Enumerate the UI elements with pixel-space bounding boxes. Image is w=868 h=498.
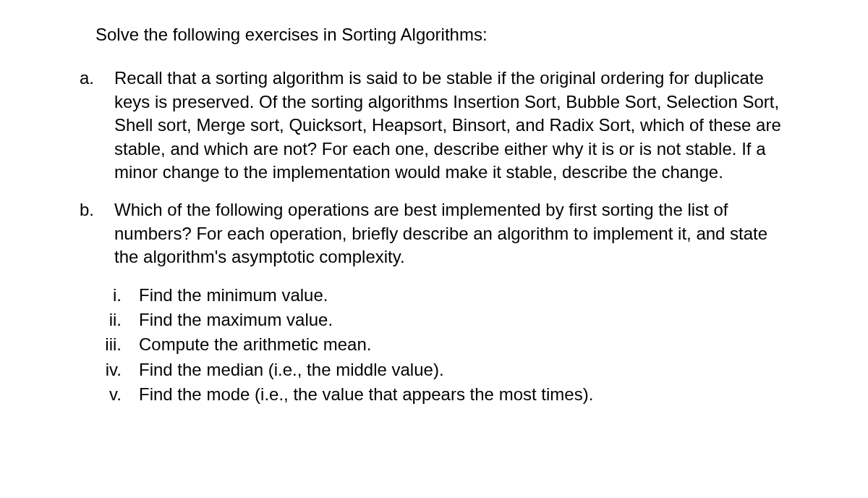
item-content-a: Recall that a sorting algorithm is said … xyxy=(114,67,781,184)
sub-content: Find the median (i.e., the middle value)… xyxy=(139,358,781,381)
roman-numeral: ii. xyxy=(80,308,139,332)
sub-list: i. Find the minimum value. ii. Find the … xyxy=(80,284,781,407)
sub-content: Find the minimum value. xyxy=(139,284,781,307)
list-item-b: b. Which of the following operations are… xyxy=(80,198,781,269)
item-letter-b: b. xyxy=(80,198,114,269)
item-content-b: Which of the following operations are be… xyxy=(114,198,781,269)
sub-item: iii. Compute the arithmetic mean. xyxy=(80,333,781,356)
roman-numeral: iii. xyxy=(80,333,139,356)
sub-item: v. Find the mode (i.e., the value that a… xyxy=(80,383,781,406)
sub-item: iv. Find the median (i.e., the middle va… xyxy=(80,358,781,381)
sub-item: ii. Find the maximum value. xyxy=(80,308,781,332)
roman-numeral: iv. xyxy=(80,358,139,381)
sub-content: Find the mode (i.e., the value that appe… xyxy=(139,383,781,406)
document-title: Solve the following exercises in Sorting… xyxy=(95,23,781,46)
list-item-a: a. Recall that a sorting algorithm is sa… xyxy=(80,67,781,184)
sub-content: Compute the arithmetic mean. xyxy=(139,333,781,356)
item-letter-a: a. xyxy=(80,67,114,184)
sub-item: i. Find the minimum value. xyxy=(80,284,781,307)
roman-numeral: i. xyxy=(80,284,139,307)
sub-content: Find the maximum value. xyxy=(139,308,781,332)
roman-numeral: v. xyxy=(80,383,139,406)
